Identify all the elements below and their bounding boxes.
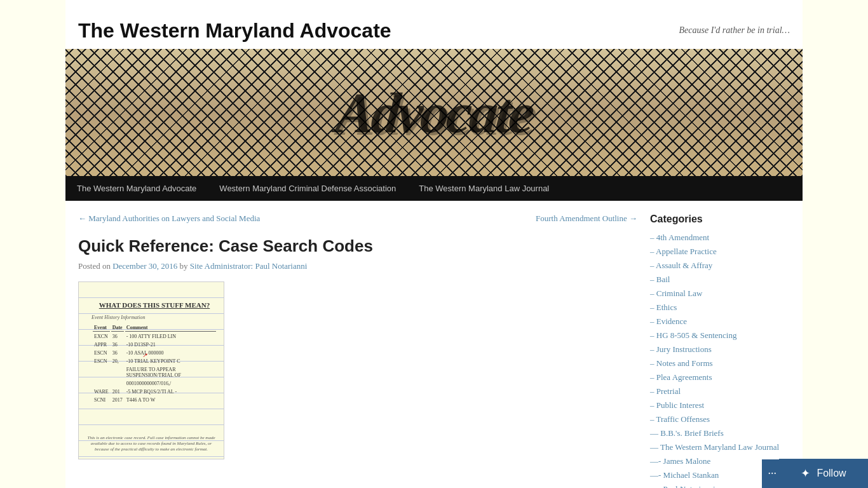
- arrow-annotation: ↗: [142, 352, 147, 358]
- post-navigation: ← Maryland Authorities on Lawyers and So…: [78, 214, 637, 224]
- post-author-link[interactable]: Site Administrator: Paul Notarianni: [190, 261, 308, 271]
- post-meta-by: by: [180, 261, 190, 271]
- category-item[interactable]: – Ethics: [650, 302, 790, 313]
- banner-text: Advocate: [334, 80, 535, 146]
- category-item[interactable]: – Jury Instructions: [650, 344, 790, 355]
- category-item[interactable]: – HG 8-505 & Sentencing: [650, 330, 790, 341]
- post-image: WHAT DOES THIS STUFF MEAN? Event History…: [78, 281, 224, 459]
- notepad-row: APPR36-10 D13SP-21: [93, 341, 216, 348]
- notepad-header: WHAT DOES THIS STUFF MEAN?: [92, 301, 217, 309]
- follow-icon: ✦: [801, 466, 810, 480]
- category-item[interactable]: – Pretrial: [650, 386, 790, 396]
- category-item[interactable]: — B.B.'s. Brief Briefs: [650, 428, 790, 438]
- category-item[interactable]: – Appellate Practice: [650, 247, 790, 257]
- banner: Advocate: [65, 49, 803, 176]
- category-item[interactable]: – Public Interest: [650, 400, 790, 410]
- category-item[interactable]: — The Western Maryland Law Journal: [650, 442, 790, 452]
- site-title: The Western Maryland Advocate: [78, 19, 391, 43]
- post-meta: Posted on December 30, 2016 by Site Admi…: [78, 261, 637, 271]
- category-item[interactable]: – Assault & Affray: [650, 261, 790, 271]
- col-date: Date: [111, 324, 124, 332]
- nav-item-association[interactable]: Western Maryland Criminal Defense Associ…: [208, 176, 407, 201]
- categories-title: Categories: [650, 214, 790, 225]
- follow-widget[interactable]: ✦ Follow: [779, 459, 868, 488]
- notepad-row: ESCN20,-10 TRIAL KEYPOINT C: [93, 358, 216, 365]
- next-post-link[interactable]: Fourth Amendment Outline →: [536, 214, 637, 224]
- category-item[interactable]: – 4th Amendment: [650, 233, 790, 243]
- notepad-row: FAILURE TO APPEAR SUSPENSION/TRIAL OF: [93, 366, 216, 379]
- notepad-table: Event Date Comment EXCN36- 100 ATTY FILE…: [92, 323, 217, 405]
- notepad-row: WARE201-5 MCP BQ1S/2/TI AL -: [93, 388, 216, 395]
- nav-item-advocate[interactable]: The Western Maryland Advocate: [65, 176, 208, 201]
- site-tagline: Because I'd rather be in trial…: [679, 19, 790, 36]
- nav-bar: The Western Maryland Advocate Western Ma…: [65, 176, 803, 201]
- post-date-link[interactable]: December 30, 2016: [112, 261, 177, 271]
- post-title: Quick Reference: Case Search Codes: [78, 236, 637, 256]
- category-item[interactable]: – Bail: [650, 274, 790, 285]
- sidebar-categories: Categories – 4th Amendment– Appellate Pr…: [650, 214, 790, 488]
- notepad-row: 0001000000007/016,/: [93, 380, 216, 387]
- col-comment: Comment: [125, 324, 216, 332]
- category-item[interactable]: – Plea Agreements: [650, 372, 790, 383]
- notepad-row: SCNI2017T446 A TO W: [93, 396, 216, 403]
- category-item[interactable]: – Traffic Offenses: [650, 414, 790, 424]
- notepad-row: ESCN36-10 ASAL 000000: [93, 349, 216, 356]
- follow-label: Follow: [817, 468, 846, 479]
- category-item[interactable]: – Evidence: [650, 316, 790, 327]
- notepad-footer: This is an electronic case record. Full …: [85, 435, 217, 452]
- notepad-row: EXCN36- 100 ATTY FILED LIN: [93, 333, 216, 340]
- category-item[interactable]: – Criminal Law: [650, 288, 790, 299]
- col-event: Event: [93, 324, 110, 332]
- prev-post-link[interactable]: ← Maryland Authorities on Lawyers and So…: [78, 214, 260, 224]
- post-meta-prefix: Posted on: [78, 261, 111, 271]
- nav-item-journal[interactable]: The Western Maryland Law Journal: [407, 176, 560, 201]
- category-item[interactable]: – Notes and Forms: [650, 358, 790, 369]
